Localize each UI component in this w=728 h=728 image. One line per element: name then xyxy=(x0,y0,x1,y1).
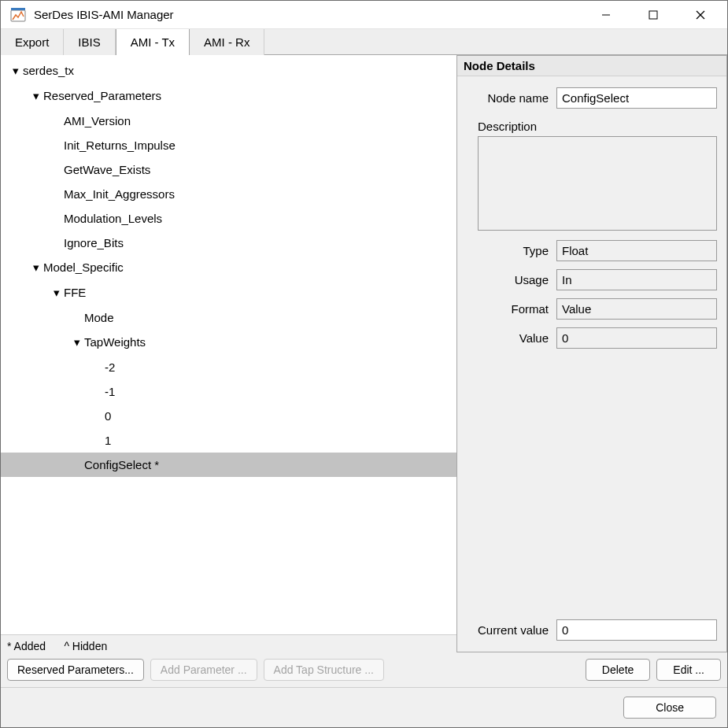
node-name-field[interactable] xyxy=(556,87,717,109)
usage-field[interactable] xyxy=(556,269,717,290)
tree-item-label: TapWeights xyxy=(84,335,146,349)
reserved-parameters-button[interactable]: Reserved Parameters... xyxy=(7,659,144,681)
collapse-icon[interactable]: ▾ xyxy=(31,261,42,275)
tree-item[interactable]: -1 xyxy=(1,379,456,404)
add-tap-structure-button[interactable]: Add Tap Structure ... xyxy=(264,659,384,681)
tree-item[interactable]: AMI_Version xyxy=(1,109,456,133)
node-detail-buttons: Delete Edit ... xyxy=(456,652,727,687)
type-field[interactable] xyxy=(556,240,717,261)
description-field[interactable] xyxy=(478,136,717,231)
tree-item-label: Max_Init_Aggressors xyxy=(64,187,175,201)
tree-item[interactable]: Ignore_Bits xyxy=(1,231,456,255)
delete-button[interactable]: Delete xyxy=(586,659,650,681)
tree-item-label: Ignore_Bits xyxy=(64,236,124,249)
tree-item-label: AMI_Version xyxy=(64,114,131,127)
tree-item[interactable]: Init_Returns_Impulse xyxy=(1,133,456,157)
tree-item-label: 1 xyxy=(105,434,111,447)
legend-hidden: ^ Hidden xyxy=(64,640,107,652)
legend-added: * Added xyxy=(7,640,46,652)
app-icon xyxy=(10,7,26,23)
collapse-icon[interactable]: ▾ xyxy=(10,64,21,78)
type-label: Type xyxy=(467,244,556,257)
tree-item-label: -1 xyxy=(105,385,115,398)
tree-item-label: FFE xyxy=(64,286,86,299)
close-dialog-button[interactable]: Close xyxy=(623,697,716,719)
window-controls xyxy=(582,2,724,28)
tree-buttons: Reserved Parameters... Add Parameter ...… xyxy=(1,656,456,687)
value-label: Value xyxy=(467,331,556,345)
tree-item[interactable]: ▾Model_Specific xyxy=(1,255,456,280)
node-details-panel: Node Details Node name Description Type … xyxy=(456,55,727,652)
collapse-icon[interactable]: ▾ xyxy=(72,335,83,349)
format-field[interactable] xyxy=(556,298,717,320)
svg-rect-3 xyxy=(649,11,657,19)
tree-item[interactable]: ▾TapWeights xyxy=(1,330,456,355)
tab-ami-tx[interactable]: AMI - Tx xyxy=(116,29,190,55)
svg-rect-1 xyxy=(11,8,25,10)
add-parameter-button[interactable]: Add Parameter ... xyxy=(150,659,257,681)
current-value-field[interactable] xyxy=(556,619,717,641)
maximize-button[interactable] xyxy=(630,2,677,28)
tree-item-label: -2 xyxy=(105,360,115,374)
tree-item-label: Mode xyxy=(84,311,114,324)
tree-item[interactable]: ▾serdes_tx xyxy=(1,58,456,83)
format-label: Format xyxy=(467,302,556,316)
legend: * Added ^ Hidden xyxy=(1,634,456,656)
usage-label: Usage xyxy=(467,273,556,286)
tree-item[interactable]: ▾FFE xyxy=(1,280,456,305)
tree-item-label: ConfigSelect * xyxy=(84,458,159,471)
tree-item[interactable]: 1 xyxy=(1,428,456,453)
maximize-icon xyxy=(649,10,658,20)
parameter-tree[interactable]: ▾serdes_tx▾Reserved_ParametersAMI_Versio… xyxy=(1,55,456,634)
value-field[interactable] xyxy=(556,327,717,349)
tab-ami-rx[interactable]: AMI - Rx xyxy=(190,29,264,55)
window-title: SerDes IBIS-AMI Manager xyxy=(34,8,582,21)
collapse-icon[interactable]: ▾ xyxy=(51,286,62,300)
node-name-label: Node name xyxy=(467,91,556,105)
minimize-button[interactable] xyxy=(582,2,630,28)
tree-item[interactable]: 0 xyxy=(1,404,456,428)
tree-item-label: Init_Returns_Impulse xyxy=(64,139,176,152)
tree-item[interactable]: ▾Reserved_Parameters xyxy=(1,83,456,109)
node-details-header: Node Details xyxy=(457,56,726,76)
tree-item-label: 0 xyxy=(105,409,111,423)
close-icon xyxy=(696,10,705,20)
main-area: ▾serdes_tx▾Reserved_ParametersAMI_Versio… xyxy=(1,55,727,688)
minimize-icon xyxy=(601,10,611,20)
description-label: Description xyxy=(467,120,717,133)
tree-item[interactable]: Max_Init_Aggressors xyxy=(1,182,456,206)
tree-item[interactable]: Mode xyxy=(1,305,456,330)
edit-button[interactable]: Edit ... xyxy=(656,659,721,681)
tree-item-label: serdes_tx xyxy=(23,64,74,77)
tab-ibis[interactable]: IBIS xyxy=(64,29,115,55)
app-window: SerDes IBIS-AMI Manager ExportIBISAMI - … xyxy=(0,0,728,728)
tree-item[interactable]: ConfigSelect * xyxy=(1,453,456,477)
tree-item[interactable]: Modulation_Levels xyxy=(1,206,456,231)
current-value-label: Current value xyxy=(467,623,556,637)
tab-bar: ExportIBISAMI - TxAMI - Rx xyxy=(1,29,727,55)
tree-item-label: Model_Specific xyxy=(43,261,124,274)
close-button[interactable] xyxy=(677,2,724,28)
tree-item-label: GetWave_Exists xyxy=(64,163,150,176)
collapse-icon[interactable]: ▾ xyxy=(31,89,42,103)
tree-item[interactable]: -2 xyxy=(1,355,456,379)
tab-export[interactable]: Export xyxy=(1,29,64,55)
tree-item-label: Modulation_Levels xyxy=(64,212,162,225)
tree-panel: ▾serdes_tx▾Reserved_ParametersAMI_Versio… xyxy=(1,55,456,687)
tree-item[interactable]: GetWave_Exists xyxy=(1,157,456,182)
bottom-bar: Close xyxy=(1,688,727,727)
tree-item-label: Reserved_Parameters xyxy=(43,89,161,102)
titlebar: SerDes IBIS-AMI Manager xyxy=(1,1,727,29)
